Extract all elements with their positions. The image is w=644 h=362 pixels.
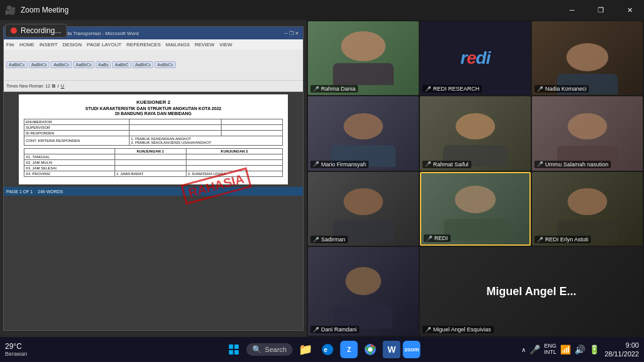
titlebar-controls: ─ ❐ ✕ xyxy=(558,0,644,20)
word-button[interactable]: W xyxy=(383,341,401,358)
ribbon-title[interactable]: AaBbC xyxy=(112,61,131,68)
participant-video-ummu xyxy=(532,96,643,170)
kuesioner-number: KUESIONER 2 xyxy=(24,99,283,105)
x2-val2 xyxy=(186,160,282,166)
menu-view[interactable]: VIEW xyxy=(220,42,232,48)
weather-desc: Berawan xyxy=(5,351,28,357)
file-explorer-button[interactable]: 📁 xyxy=(295,339,315,359)
mic-muted-icon-sadirman: 🎤 xyxy=(313,237,319,243)
zoom-active-button[interactable]: zoom xyxy=(403,341,421,358)
name-ummu: 🎤 Ummu Salamah nasution xyxy=(534,161,611,168)
clock-widget[interactable]: 9:00 28/11/2022 xyxy=(605,341,639,359)
video-tile-mario: 🎤 Mario Firmansyah xyxy=(308,96,419,170)
document-content: KUESIONER 2 STUDI KARAKTERISTIK DAN STRU… xyxy=(19,94,288,184)
taskbar: 29°C Berawan 🔍 Search 📁 e xyxy=(0,337,644,362)
video-grid: 🎤 Rahma Dania redi 🎤 REDI RESEARCH 🎤 Nad… xyxy=(307,20,644,337)
menu-file[interactable]: File xyxy=(6,42,14,48)
menu-layout[interactable]: PAGE LAYOUT xyxy=(87,42,121,48)
mic-muted-icon-miguel: 🎤 xyxy=(425,327,431,333)
participant-video-rahma xyxy=(308,21,419,95)
menu-review[interactable]: REVIEW xyxy=(195,42,215,48)
ribbon-heading2[interactable]: AaBbCc xyxy=(51,61,72,68)
underline-btn[interactable]: U xyxy=(61,83,64,89)
menu-insert[interactable]: INSERT xyxy=(39,42,58,48)
x4-val1: 1. JAWA BARAT xyxy=(115,171,186,177)
doc-ribbon: AaBbCc AaBbCc AaBbCc AaBbCc AaBs AaBbC A… xyxy=(4,49,303,81)
italic-btn[interactable]: I xyxy=(58,83,59,89)
recording-dot xyxy=(11,28,17,34)
up-arrow-icon[interactable]: ∧ xyxy=(521,346,526,353)
svg-rect-0 xyxy=(228,344,233,349)
taskbar-left: 29°C Berawan xyxy=(5,342,33,357)
battery-icon: 🔋 xyxy=(589,344,600,354)
edge-button[interactable]: e xyxy=(318,339,338,359)
x3-val1 xyxy=(115,166,186,171)
participant-video-erlyn xyxy=(532,172,643,246)
video-tile-dani: 🎤 Dani Ramdani xyxy=(308,247,419,336)
font-selector[interactable]: Times New Roman xyxy=(6,84,43,88)
x2-label: X2. JAM MULAI xyxy=(24,160,115,166)
ribbon-heading1[interactable]: AaBbCc xyxy=(29,61,50,68)
x2-val1 xyxy=(115,160,186,166)
x1-val2 xyxy=(186,154,282,160)
name-mario: 🎤 Mario Firmansyah xyxy=(310,161,369,168)
main-content: Studi Survei Pemilihan Moda Transportasi… xyxy=(0,20,644,337)
ribbon-subtitle[interactable]: AaBbCc xyxy=(133,61,154,68)
mic-tray-icon: 🎤 xyxy=(529,344,540,354)
x1-val1 xyxy=(115,154,186,160)
doc-statusbar: PAGE 1 OF 1 249 WORDS xyxy=(4,187,303,196)
menu-home[interactable]: HOME xyxy=(19,42,34,48)
bold-btn[interactable]: B xyxy=(52,83,56,89)
video-tile-redi2: 🎤 REDI xyxy=(420,172,531,246)
wifi-icon: 📶 xyxy=(560,344,571,354)
col-header-blank xyxy=(24,149,115,154)
minimize-button[interactable]: ─ xyxy=(558,0,586,20)
video-tile-ummu: 🎤 Ummu Salamah nasution xyxy=(532,96,643,170)
chrome-button[interactable] xyxy=(360,339,381,359)
menu-references[interactable]: REFERENCES xyxy=(126,42,161,48)
kunjungan-2-header: KUNJUNGAN 2 xyxy=(186,149,282,154)
font-size[interactable]: 12 xyxy=(45,84,50,88)
temperature: 29°C xyxy=(5,342,28,351)
language-indicator[interactable]: ENGINTL xyxy=(544,343,556,356)
mic-muted-icon-rahmat: 🎤 xyxy=(425,161,431,167)
participant-video-sadirman xyxy=(308,172,419,246)
titlebar-left: 🎥 Zoom Meeting xyxy=(0,5,69,15)
doc-window-controls: ─ ❐ ✕ xyxy=(284,31,299,36)
ribbon-aabs[interactable]: AaBs xyxy=(96,61,111,68)
menu-mailings[interactable]: MAILINGS xyxy=(166,42,190,48)
mic-muted-icon-redi: 🎤 xyxy=(425,86,431,92)
weather-widget: 29°C Berawan xyxy=(5,342,28,357)
participant-video-dani xyxy=(308,247,419,336)
kriteria-label: CONT. KRITERIA RESPONDEN xyxy=(24,136,129,146)
svg-rect-3 xyxy=(234,350,238,354)
document-panel: Studi Survei Pemilihan Moda Transportasi… xyxy=(0,20,307,337)
svg-rect-2 xyxy=(228,350,233,354)
x4-label: X4. PROVINSI xyxy=(24,171,115,177)
enumerator-label: ENUMERATOR xyxy=(24,119,129,125)
blank-cell2 xyxy=(222,125,283,131)
lokasi: DI BANDUNG RAYA DAN MEBIDANG xyxy=(24,111,283,116)
time-display: 9:00 xyxy=(605,341,639,349)
name-dani: 🎤 Dani Ramdani xyxy=(310,326,359,333)
system-tray: ∧ 🎤 ENGINTL 📶 🔊 🔋 xyxy=(521,343,600,356)
name-rahma: 🎤 Rahma Dania xyxy=(310,85,358,93)
mic-muted-icon-dani: 🎤 xyxy=(313,327,319,333)
ribbon-heading3[interactable]: AaBbCc xyxy=(73,61,95,68)
participant-video-miguel: Miguel Angel E... xyxy=(420,247,643,336)
menu-design[interactable]: DESIGN xyxy=(63,42,82,48)
ribbon-normal[interactable]: AaBbCc xyxy=(6,61,28,68)
search-label: Search xyxy=(265,346,287,353)
volume-icon[interactable]: 🔊 xyxy=(575,344,585,354)
zoom-button[interactable]: Z xyxy=(340,341,358,358)
close-button[interactable]: ✕ xyxy=(615,0,644,20)
id-responden-label: ID RESPONDEN xyxy=(24,131,129,136)
search-box[interactable]: 🔍 Search xyxy=(246,343,293,356)
mic-muted-icon-mario: 🎤 xyxy=(313,161,319,167)
svg-text:e: e xyxy=(324,346,328,353)
maximize-button[interactable]: ❐ xyxy=(586,0,615,20)
mic-muted-icon-erlyn: 🎤 xyxy=(537,237,543,243)
recording-badge: Recording... xyxy=(5,24,67,38)
start-button[interactable] xyxy=(223,339,243,359)
ribbon-strong[interactable]: AaBbCc xyxy=(155,61,176,68)
